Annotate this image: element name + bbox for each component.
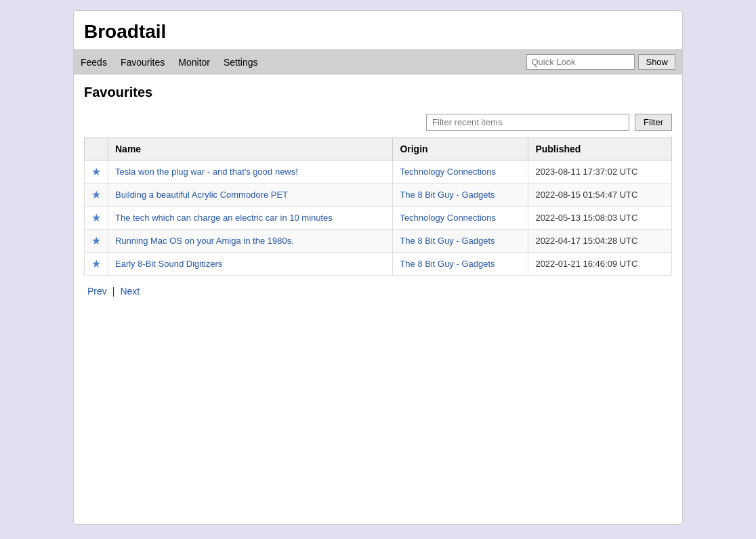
table-row: ★The tech which can charge an electric c… — [85, 207, 672, 230]
item-published-text: 2022-05-13 15:08:03 UTC — [535, 213, 637, 223]
item-origin-link[interactable]: Technology Connections — [400, 213, 496, 223]
app-title: Broadtail — [74, 11, 682, 49]
item-origin-cell: The 8 Bit Guy - Gadgets — [393, 230, 528, 253]
item-published-text: 2022-08-15 01:54:47 UTC — [535, 190, 637, 200]
show-button[interactable]: Show — [638, 54, 675, 70]
item-name-cell: Early 8-Bit Sound Digitizers — [108, 253, 393, 276]
item-name-link[interactable]: Tesla won the plug war - and that's good… — [115, 167, 298, 177]
item-name-cell: Building a beautiful Acrylic Commodore P… — [108, 184, 393, 207]
nav-link-monitor[interactable]: Monitor — [178, 57, 210, 68]
item-published-text: 2022-01-21 16:46:09 UTC — [535, 259, 637, 269]
item-name-link[interactable]: Early 8-Bit Sound Digitizers — [115, 259, 222, 269]
col-header-star — [85, 138, 108, 160]
nav-link-feeds[interactable]: Feeds — [81, 57, 107, 68]
star-icon: ★ — [91, 166, 101, 177]
table-row: ★Building a beautiful Acrylic Commodore … — [85, 184, 672, 207]
table-row: ★Tesla won the plug war - and that's goo… — [85, 160, 672, 184]
nav-link-favourites[interactable]: Favourites — [121, 57, 165, 68]
quick-look-input[interactable] — [526, 54, 635, 70]
data-table: Name Origin Published ★Tesla won the plu… — [84, 137, 672, 276]
star-cell[interactable]: ★ — [85, 253, 108, 276]
col-header-origin: Origin — [393, 138, 528, 160]
star-icon: ★ — [91, 212, 101, 223]
item-origin-cell: The 8 Bit Guy - Gadgets — [393, 253, 528, 276]
item-published-cell: 2023-08-11 17:37:02 UTC — [528, 160, 672, 184]
filter-input[interactable] — [426, 114, 629, 131]
star-cell[interactable]: ★ — [85, 230, 108, 253]
star-icon: ★ — [91, 258, 101, 270]
nav-bar: Feeds Favourites Monitor Settings Show — [74, 49, 682, 74]
page-heading: Favourites — [84, 85, 672, 100]
nav-link-settings[interactable]: Settings — [224, 57, 258, 68]
item-name-cell: Running Mac OS on your Amiga in the 1980… — [108, 230, 393, 253]
star-icon: ★ — [91, 189, 101, 200]
col-header-published: Published — [528, 138, 672, 160]
star-icon: ★ — [91, 235, 101, 246]
item-name-cell: The tech which can charge an electric ca… — [108, 207, 393, 230]
item-name-link[interactable]: Building a beautiful Acrylic Commodore P… — [115, 190, 288, 200]
item-published-cell: 2022-08-15 01:54:47 UTC — [528, 184, 672, 207]
filter-button[interactable]: Filter — [635, 114, 672, 131]
prev-link[interactable]: Prev — [87, 286, 107, 297]
item-published-text: 2022-04-17 15:04:28 UTC — [535, 236, 637, 246]
star-cell[interactable]: ★ — [85, 207, 108, 230]
table-row: ★Running Mac OS on your Amiga in the 198… — [85, 230, 672, 253]
item-name-link[interactable]: Running Mac OS on your Amiga in the 1980… — [115, 236, 294, 246]
page-content: Favourites Filter Name Origin Published … — [74, 74, 682, 307]
nav-links: Feeds Favourites Monitor Settings — [81, 57, 526, 68]
item-published-cell: 2022-01-21 16:46:09 UTC — [528, 253, 672, 276]
item-origin-link[interactable]: Technology Connections — [400, 167, 496, 177]
col-header-name: Name — [108, 138, 393, 160]
item-origin-cell: Technology Connections — [393, 160, 528, 184]
item-name-link[interactable]: The tech which can charge an electric ca… — [115, 213, 333, 223]
item-name-cell: Tesla won the plug war - and that's good… — [108, 160, 393, 184]
item-origin-link[interactable]: The 8 Bit Guy - Gadgets — [400, 190, 495, 200]
pagination: Prev | Next — [84, 286, 672, 297]
item-origin-link[interactable]: The 8 Bit Guy - Gadgets — [400, 259, 495, 269]
main-container: Broadtail Feeds Favourites Monitor Setti… — [73, 10, 683, 525]
star-cell[interactable]: ★ — [85, 160, 108, 184]
item-origin-cell: Technology Connections — [393, 207, 528, 230]
pagination-separator: | — [112, 286, 115, 297]
table-row: ★Early 8-Bit Sound DigitizersThe 8 Bit G… — [85, 253, 672, 276]
item-published-cell: 2022-04-17 15:04:28 UTC — [528, 230, 672, 253]
item-origin-cell: The 8 Bit Guy - Gadgets — [393, 184, 528, 207]
item-origin-link[interactable]: The 8 Bit Guy - Gadgets — [400, 236, 495, 246]
filter-bar: Filter — [84, 114, 672, 131]
quick-look-area: Show — [526, 54, 675, 70]
star-cell[interactable]: ★ — [85, 184, 108, 207]
item-published-cell: 2022-05-13 15:08:03 UTC — [528, 207, 672, 230]
item-published-text: 2023-08-11 17:37:02 UTC — [535, 167, 637, 177]
next-link[interactable]: Next — [120, 286, 140, 297]
